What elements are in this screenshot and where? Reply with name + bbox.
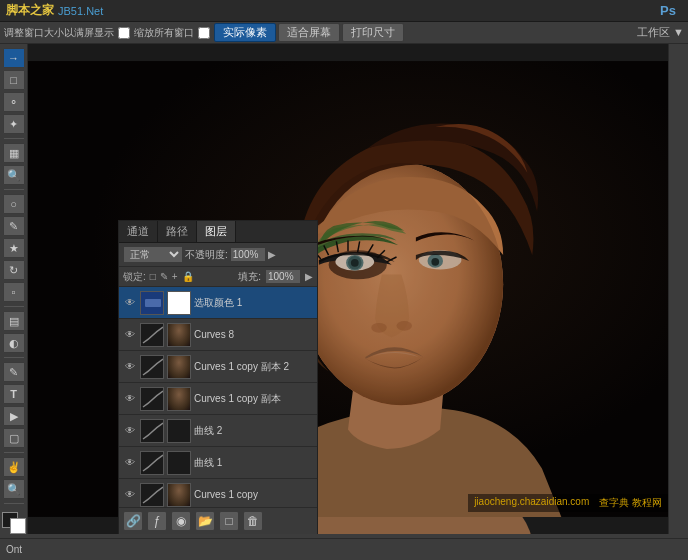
layer-name: Curves 1 copy 副本 2 (194, 360, 313, 374)
banner-sub: JB51.Net (58, 5, 103, 17)
actual-pixels-btn[interactable]: 实际像素 (214, 23, 276, 42)
lock-brush-icon[interactable]: ✎ (160, 271, 168, 282)
workspace-label[interactable]: 工作区 ▼ (637, 25, 684, 40)
layer-name: Curves 1 copy 副本 (194, 392, 313, 406)
layer-name: 曲线 1 (194, 456, 313, 470)
gradient-tool[interactable]: ▤ (3, 311, 25, 331)
right-panel (668, 44, 688, 534)
layer-visibility-icon[interactable]: 👁 (123, 488, 137, 502)
layer-visibility-icon[interactable]: 👁 (123, 392, 137, 406)
layer-thumbnail (140, 451, 164, 475)
layer-row[interactable]: 👁 Curves 1 copy 副本 (119, 383, 317, 415)
spot-heal-tool[interactable]: ○ (3, 194, 25, 214)
stamp-tool[interactable]: ★ (3, 238, 25, 258)
path-select-tool[interactable]: ▶ (3, 406, 25, 426)
layers-tabs: 通道 路径 图层 (119, 221, 317, 243)
crop-tool[interactable]: ▦ (3, 143, 25, 163)
lasso-tool[interactable]: ⚬ (3, 92, 25, 112)
layer-mask-thumbnail (167, 387, 191, 411)
layer-mask-thumbnail (167, 355, 191, 379)
layer-row[interactable]: 👁 选取颜色 1 (119, 287, 317, 319)
brush-tool[interactable]: ✎ (3, 216, 25, 236)
layer-visibility-icon[interactable]: 👁 (123, 456, 137, 470)
layers-mode-row: 正常 不透明度: ▶ (119, 243, 317, 267)
bottom-watermark: jiaocheng.chazaidian.com 查字典 教程网 (468, 494, 668, 512)
lock-move-icon[interactable]: + (172, 271, 178, 282)
new-layer-btn[interactable]: □ (219, 511, 239, 531)
layer-row[interactable]: 👁 Curves 1 copy (119, 479, 317, 507)
shape-tool[interactable]: ▢ (3, 428, 25, 448)
eyedropper-tool[interactable]: 🔍 (3, 165, 25, 185)
zoom-tool[interactable]: 🔍 (3, 479, 25, 499)
delete-layer-btn[interactable]: 🗑 (243, 511, 263, 531)
zoom-all-checkbox[interactable] (198, 27, 210, 39)
layer-thumbnail (140, 483, 164, 507)
opacity-arrow[interactable]: ▶ (268, 249, 276, 260)
fill-arrow[interactable]: ▶ (305, 271, 313, 282)
lock-all-icon[interactable]: 🔒 (182, 271, 194, 282)
text-tool[interactable]: T (3, 384, 25, 404)
left-toolbar: → □ ⚬ ✦ ▦ 🔍 ○ ✎ ★ ↻ ▫ ▤ ◐ ✎ T ▶ ▢ ✌ 🔍 (0, 44, 28, 534)
add-mask-btn[interactable]: ◉ (171, 511, 191, 531)
watermark-url: jiaocheng.chazaidian.com (474, 496, 589, 510)
lock-transparent-icon[interactable]: □ (150, 271, 156, 282)
layers-footer: 🔗 ƒ ◉ 📂 □ 🗑 (119, 507, 317, 534)
layer-thumbnail (140, 291, 164, 315)
select-rect-tool[interactable]: □ (3, 70, 25, 90)
opacity-input[interactable] (230, 247, 266, 262)
banner-title: 脚本之家 (6, 2, 54, 19)
fill-input[interactable] (265, 269, 301, 284)
print-size-btn[interactable]: 打印尺寸 (342, 23, 404, 42)
watermark-brand: 查字典 教程网 (599, 496, 662, 510)
history-brush-tool[interactable]: ↻ (3, 260, 25, 280)
tab-paths[interactable]: 路径 (158, 221, 197, 242)
layer-row[interactable]: 👁 曲线 1 (119, 447, 317, 479)
blend-mode-select[interactable]: 正常 (123, 246, 183, 263)
svg-rect-25 (145, 299, 161, 307)
layer-mask-thumbnail (167, 451, 191, 475)
layer-visibility-icon[interactable]: 👁 (123, 360, 137, 374)
layers-lock-row: 锁定: □ ✎ + 🔒 填充: ▶ (119, 267, 317, 287)
layer-mask-thumbnail (167, 291, 191, 315)
add-style-btn[interactable]: ƒ (147, 511, 167, 531)
eraser-tool[interactable]: ▫ (3, 282, 25, 302)
zoom-all-label: 缩放所有窗口 (134, 26, 194, 40)
hand-tool[interactable]: ✌ (3, 457, 25, 477)
layer-name: 选取颜色 1 (194, 296, 313, 310)
move-tool[interactable]: → (3, 48, 25, 68)
layer-row[interactable]: 👁 Curves 8 (119, 319, 317, 351)
tab-channels[interactable]: 通道 (119, 221, 158, 242)
layer-mask-thumbnail (167, 419, 191, 443)
layer-name: Curves 8 (194, 329, 313, 340)
layer-visibility-icon[interactable]: 👁 (123, 328, 137, 342)
pen-tool[interactable]: ✎ (3, 362, 25, 382)
background-color[interactable] (10, 518, 26, 534)
top-banner: 脚本之家 JB51.Net Ps (0, 0, 688, 22)
layer-name: 曲线 2 (194, 424, 313, 438)
layer-mask-thumbnail (167, 323, 191, 347)
layer-thumbnail (140, 387, 164, 411)
canvas-area: 通道 路径 图层 正常 不透明度: ▶ 锁定: □ ✎ + 🔒 (28, 44, 668, 534)
layer-mask-thumbnail (167, 483, 191, 507)
layer-visibility-icon[interactable]: 👁 (123, 424, 137, 438)
layer-thumbnail (140, 419, 164, 443)
bottom-bar: Ont (0, 538, 688, 560)
main-area: → □ ⚬ ✦ ▦ 🔍 ○ ✎ ★ ↻ ▫ ▤ ◐ ✎ T ▶ ▢ ✌ 🔍 (0, 44, 688, 534)
new-group-btn[interactable]: 📂 (195, 511, 215, 531)
dodge-tool[interactable]: ◐ (3, 333, 25, 353)
link-layers-btn[interactable]: 🔗 (123, 511, 143, 531)
tab-layers[interactable]: 图层 (197, 221, 236, 242)
adjust-checkbox[interactable] (118, 27, 130, 39)
layers-list: 👁 选取颜色 1 👁 Curves 8 (119, 287, 317, 507)
layers-panel: 通道 路径 图层 正常 不透明度: ▶ 锁定: □ ✎ + 🔒 (118, 220, 318, 534)
fit-screen-btn[interactable]: 适合屏幕 (278, 23, 340, 42)
layer-thumbnail (140, 323, 164, 347)
menu-bar: 调整窗口大小以满屏显示 缩放所有窗口 实际像素 适合屏幕 打印尺寸 工作区 ▼ (0, 22, 688, 44)
ps-label: Ps (660, 3, 676, 18)
layer-row[interactable]: 👁 曲线 2 (119, 415, 317, 447)
layer-thumbnail (140, 355, 164, 379)
layer-visibility-icon[interactable]: 👁 (123, 296, 137, 310)
magic-wand-tool[interactable]: ✦ (3, 114, 25, 134)
fg-bg-color-picker[interactable] (2, 512, 26, 534)
layer-row[interactable]: 👁 Curves 1 copy 副本 2 (119, 351, 317, 383)
